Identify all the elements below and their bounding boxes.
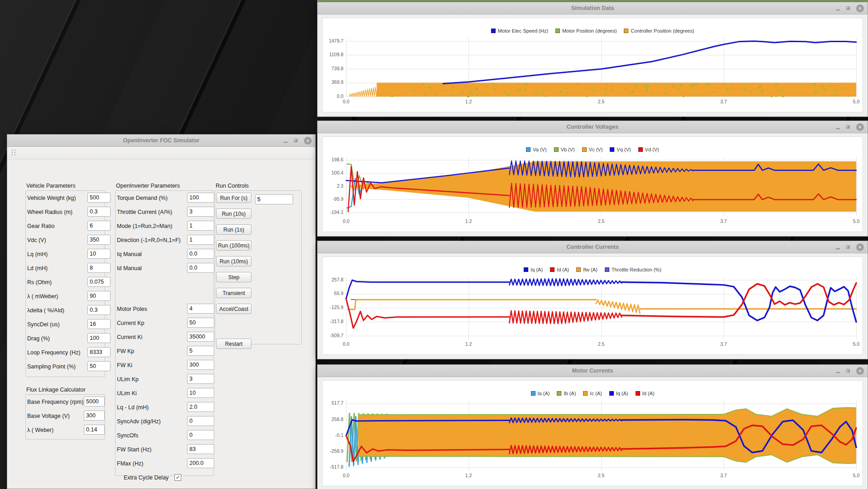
maximize-icon[interactable] bbox=[846, 369, 850, 373]
run-button-run-10s-[interactable]: Run (10s) bbox=[216, 208, 251, 219]
field-label: ULim Ki bbox=[117, 390, 137, 397]
legend-swatch-icon bbox=[526, 147, 530, 152]
field-input[interactable]: 500 bbox=[87, 193, 111, 203]
minimize-icon[interactable] bbox=[284, 141, 288, 143]
field-input[interactable]: 0.075 bbox=[87, 277, 111, 287]
field-input[interactable]: 0.0 bbox=[187, 263, 214, 273]
field-label: Sampling Point (%) bbox=[27, 363, 76, 370]
group-title: Flux Linkage Calculator bbox=[26, 387, 86, 393]
field-input[interactable]: 1 bbox=[187, 221, 214, 231]
minimize-icon[interactable] bbox=[836, 9, 840, 10]
run-button-step[interactable]: Step bbox=[216, 272, 251, 282]
field-input[interactable]: 1 bbox=[187, 235, 214, 245]
minimize-icon[interactable] bbox=[836, 372, 840, 373]
group-title: OpenInverter Parameters bbox=[116, 183, 180, 189]
group-oi-rows-a: Torque Demand (%)100Throttle Current (A/… bbox=[116, 191, 213, 275]
close-icon[interactable]: ✕ bbox=[856, 5, 864, 12]
legend-item: Controller Position (degrees) bbox=[624, 28, 694, 34]
maximize-icon[interactable] bbox=[846, 125, 850, 129]
field-input[interactable]: 83 bbox=[187, 444, 214, 454]
field-input[interactable]: 2.0 bbox=[187, 402, 214, 412]
field-input[interactable]: 10 bbox=[187, 388, 214, 398]
field-input[interactable]: 5000 bbox=[84, 397, 105, 407]
restart-button[interactable]: Restart bbox=[216, 339, 251, 349]
field-input[interactable]: 0 bbox=[187, 430, 214, 440]
field-input[interactable]: 0.0 bbox=[187, 249, 214, 259]
field-input[interactable]: 8333 bbox=[87, 347, 111, 357]
field-input[interactable]: 16 bbox=[87, 319, 111, 329]
close-icon[interactable]: ✕ bbox=[856, 367, 864, 375]
field-input[interactable]: 300 bbox=[187, 360, 214, 370]
window-controller-currents: Controller Currents ✕ Iq (A)Id (A)Ifw (A… bbox=[317, 241, 868, 359]
field-label: Torque Demand (%) bbox=[117, 195, 168, 201]
field-input[interactable]: 10 bbox=[87, 249, 111, 259]
field-input[interactable]: 100 bbox=[187, 193, 214, 203]
chart-legend: Iq (A)Id (A)Ifw (A)Throttle Reduction (%… bbox=[323, 257, 863, 275]
field-input[interactable]: 0 bbox=[187, 416, 214, 426]
field-label: Id Manual bbox=[117, 265, 142, 271]
field-input[interactable]: 200.0 bbox=[187, 458, 214, 468]
chart-titlebar[interactable]: Simulation Data ✕ bbox=[318, 2, 868, 15]
field-input[interactable]: 5 bbox=[187, 346, 214, 356]
field-input[interactable]: 0.3 bbox=[87, 305, 111, 315]
run-button-accel-coast[interactable]: Accel/Coast bbox=[216, 304, 251, 314]
field-row: Gear Ratio6 bbox=[26, 219, 105, 233]
main-titlebar[interactable]: OpenInverter FOC Simulator ✕ bbox=[7, 135, 315, 147]
field-input[interactable]: 0.3 bbox=[87, 207, 111, 217]
field-input[interactable]: 50 bbox=[87, 361, 111, 371]
close-icon[interactable]: ✕ bbox=[856, 123, 864, 131]
field-input[interactable]: 0.14 bbox=[84, 425, 105, 435]
field-row: SyncOfs0 bbox=[116, 428, 213, 442]
legend-label: Vd (V) bbox=[645, 147, 659, 152]
field-input[interactable]: 350 bbox=[87, 235, 111, 245]
chart-canvas bbox=[323, 399, 863, 486]
maximize-icon[interactable] bbox=[846, 245, 850, 249]
chart-titlebar[interactable]: Controller Currents ✕ bbox=[318, 241, 868, 253]
group-title: Vehicle Parameters bbox=[26, 183, 75, 189]
field-label: Base Frequency (rpm) bbox=[27, 399, 83, 405]
field-label: Vdc (V) bbox=[27, 237, 46, 243]
field-row: Id Manual0.0 bbox=[116, 261, 213, 275]
maximize-icon[interactable] bbox=[846, 6, 850, 10]
run-for-button[interactable]: Run For (s) bbox=[216, 193, 251, 203]
run-for-input[interactable] bbox=[255, 194, 293, 204]
field-row: Motor Poles4 bbox=[116, 302, 213, 316]
chart-titlebar[interactable]: Motor Currents ✕ bbox=[318, 365, 868, 377]
field-input[interactable]: 3 bbox=[187, 207, 214, 217]
field-input[interactable]: 4 bbox=[187, 304, 214, 314]
legend-label: Id (A) bbox=[557, 267, 569, 272]
run-button-run-1s-[interactable]: Run (1s) bbox=[216, 224, 251, 235]
close-icon[interactable]: ✕ bbox=[856, 243, 864, 251]
field-input[interactable]: 50 bbox=[187, 318, 214, 328]
close-icon[interactable]: ✕ bbox=[304, 137, 312, 145]
minimize-icon[interactable] bbox=[836, 248, 840, 249]
field-input[interactable]: 3 bbox=[187, 374, 214, 384]
legend-label: Iq (A) bbox=[530, 267, 543, 272]
field-input[interactable]: 6 bbox=[87, 221, 111, 231]
field-row: SyncDel (us)16 bbox=[26, 317, 105, 331]
field-row: Lq - Ld (mH)2.0 bbox=[116, 400, 213, 414]
field-input[interactable]: 300 bbox=[84, 411, 105, 421]
chart-titlebar[interactable]: Controller Voltages ✕ bbox=[318, 121, 868, 133]
legend-swatch-icon bbox=[550, 267, 555, 272]
legend-swatch-icon bbox=[491, 29, 496, 33]
field-row: SyncAdv (dig/Hz)0 bbox=[116, 414, 213, 428]
legend-swatch-icon bbox=[638, 147, 643, 152]
extra-cycle-delay-checkbox[interactable]: ✓ bbox=[174, 474, 181, 481]
field-input[interactable]: 35000 bbox=[187, 332, 214, 342]
field-label: SyncDel (us) bbox=[27, 321, 60, 328]
run-button-run-100ms-[interactable]: Run (100ms) bbox=[216, 240, 251, 251]
toolbar-drag-handle-icon[interactable] bbox=[11, 149, 16, 156]
field-label: Base Voltage (V) bbox=[27, 413, 70, 419]
run-button-run-10ms-[interactable]: Run (10ms) bbox=[216, 256, 251, 266]
field-row: λdelta ( %/AId)0.3 bbox=[26, 303, 105, 317]
minimize-icon[interactable] bbox=[836, 128, 840, 129]
legend-swatch-icon bbox=[557, 391, 561, 396]
field-input[interactable]: 8 bbox=[87, 263, 111, 273]
field-row: FW Ki300 bbox=[116, 358, 213, 372]
field-input[interactable]: 90 bbox=[87, 291, 111, 301]
field-label: Rs (Ohm) bbox=[27, 279, 52, 286]
run-button-transient[interactable]: Transient bbox=[216, 288, 251, 298]
maximize-icon[interactable] bbox=[294, 139, 298, 142]
field-input[interactable]: 100 bbox=[87, 333, 111, 343]
